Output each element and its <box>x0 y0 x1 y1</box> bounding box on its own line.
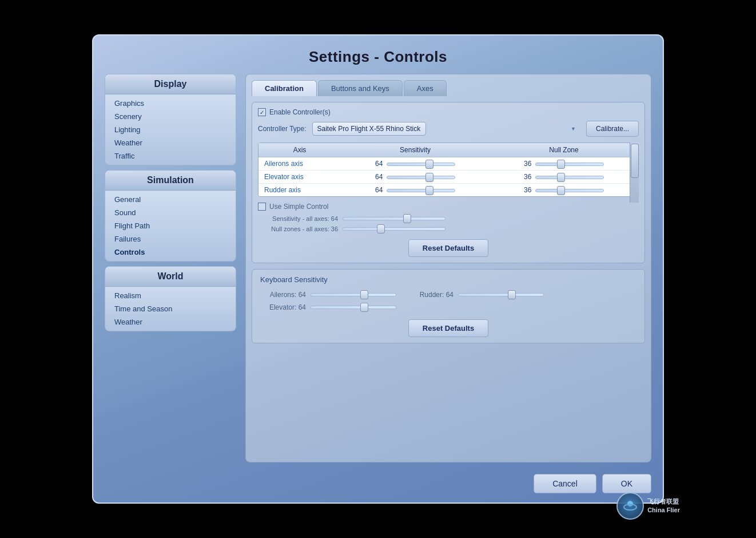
sidebar-display-items: Graphics Scenery Lighting Weather Traffi… <box>105 94 236 165</box>
elevator-sensitivity-slider[interactable] <box>387 176 455 179</box>
simple-control-row: Use Simple Control <box>258 203 639 211</box>
axis-col-header: Axis <box>258 143 341 157</box>
elevator-sensitivity-cell: 64 <box>341 171 490 184</box>
elevator-nullzone-cell: 36 <box>490 171 638 184</box>
sidebar-item-traffic[interactable]: Traffic <box>105 149 236 163</box>
kb-right-col: Rudder: 64 <box>408 291 544 311</box>
axis-name-rudder: Rudder axis <box>258 184 341 197</box>
null-zones-all-label: Null zones - all axes: 36 <box>258 226 338 232</box>
sidebar: Display Graphics Scenery Lighting Weathe… <box>105 74 236 462</box>
null-zones-all-row: Null zones - all axes: 36 <box>258 226 639 232</box>
cancel-button[interactable]: Cancel <box>534 474 596 493</box>
controller-type-label: Controller Type: <box>258 125 307 133</box>
sidebar-item-lighting[interactable]: Lighting <box>105 123 236 136</box>
watermark-line1: 飞行者联盟 <box>647 497 680 506</box>
ailerons-nullzone-cell: 36 <box>490 157 638 171</box>
sidebar-item-weather[interactable]: Weather <box>105 136 236 149</box>
null-zone-col-header: Null Zone <box>490 143 638 157</box>
ailerons-sensitivity-cell: 64 <box>341 157 490 171</box>
kb-elevator-row: Elevator: 64 <box>260 303 396 311</box>
tab-axes[interactable]: Axes <box>404 80 447 96</box>
rudder-sensitivity-val: 64 <box>375 186 383 194</box>
table-row: Ailerons axis 64 36 <box>258 157 638 171</box>
controller-type-row: Controller Type: Saitek Pro Flight X-55 … <box>258 121 639 137</box>
kb-elevator-slider[interactable] <box>311 306 396 309</box>
ailerons-nullzone-slider[interactable] <box>535 163 604 166</box>
ailerons-sensitivity-val: 64 <box>375 160 383 168</box>
sidebar-item-failures[interactable]: Failures <box>105 232 236 246</box>
elevator-nullzone-slider[interactable] <box>535 176 604 179</box>
kb-ailerons-row: Ailerons: 64 <box>260 291 396 299</box>
null-zones-all-slider[interactable] <box>343 227 445 231</box>
kb-left-col: Ailerons: 64 Elevator: 64 <box>260 291 396 311</box>
sidebar-world-items: Realism Time and Season Weather <box>105 287 236 331</box>
watermark-text: 飞行者联盟 China Flier <box>647 497 680 515</box>
kb-elevator-label: Elevator: 64 <box>260 303 306 311</box>
enable-controller-row: ✓ Enable Controller(s) <box>258 108 639 116</box>
sensitivity-all-slider[interactable] <box>343 217 445 220</box>
dialog-body: Display Graphics Scenery Lighting Weathe… <box>93 74 663 468</box>
sidebar-item-sound[interactable]: Sound <box>105 206 236 219</box>
watermark-logo <box>616 492 644 520</box>
sensitivity-all-row: Sensitivity - all axes: 64 <box>258 215 639 222</box>
rudder-nullzone-cell: 36 <box>490 184 638 197</box>
axis-name-ailerons: Ailerons axis <box>258 157 341 171</box>
sidebar-world-section: World Realism Time and Season Weather <box>105 266 236 331</box>
elevator-nullzone-val: 36 <box>524 173 531 181</box>
watermark: 飞行者联盟 China Flier <box>616 492 680 520</box>
tab-bar: Calibration Buttons and Keys Axes <box>246 74 651 96</box>
kb-rudder-label: Rudder: 64 <box>408 291 453 299</box>
settings-dialog: Settings - Controls Display Graphics Sce… <box>92 34 664 504</box>
content-panel: Calibration Buttons and Keys Axes ✓ Enab… <box>245 74 651 462</box>
scrollbar-thumb[interactable] <box>631 144 639 178</box>
axis-name-elevator: Elevator axis <box>258 171 341 184</box>
calibration-reset-defaults-button[interactable]: Reset Defaults <box>408 239 488 257</box>
calibrate-button[interactable]: Calibrate... <box>586 121 639 137</box>
sidebar-display-section: Display Graphics Scenery Lighting Weathe… <box>105 74 236 165</box>
axis-table-scrollbar[interactable] <box>630 143 639 203</box>
sidebar-world-header[interactable]: World <box>105 267 236 287</box>
keyboard-sensitivity-title: Keyboard Sensitivity <box>260 275 636 284</box>
tab-buttons-and-keys[interactable]: Buttons and Keys <box>318 80 403 96</box>
sensitivity-all-label: Sensitivity - all axes: 64 <box>258 215 338 222</box>
simple-control-checkbox[interactable] <box>258 203 266 211</box>
sidebar-item-world-weather[interactable]: Weather <box>105 315 236 329</box>
kb-ailerons-slider[interactable] <box>311 293 396 296</box>
sidebar-simulation-header[interactable]: Simulation <box>105 171 236 191</box>
sidebar-item-flight-path[interactable]: Flight Path <box>105 219 236 232</box>
table-row: Rudder axis 64 36 <box>258 184 638 197</box>
dialog-title: Settings - Controls <box>93 35 663 74</box>
ailerons-nullzone-val: 36 <box>524 160 531 168</box>
sensitivity-col-header: Sensitivity <box>341 143 490 157</box>
sidebar-item-scenery[interactable]: Scenery <box>105 110 236 123</box>
ailerons-sensitivity-slider[interactable] <box>387 163 455 166</box>
sidebar-item-graphics[interactable]: Graphics <box>105 97 236 110</box>
controller-select-wrapper: Saitek Pro Flight X-55 Rhino Stick <box>312 122 580 136</box>
keyboard-sliders: Ailerons: 64 Elevator: 64 Rudder: <box>260 291 636 311</box>
elevator-sensitivity-val: 64 <box>375 173 383 181</box>
sidebar-item-controls[interactable]: Controls <box>105 246 236 259</box>
dialog-footer: Cancel OK <box>93 468 663 503</box>
controller-type-select[interactable]: Saitek Pro Flight X-55 Rhino Stick <box>312 122 426 136</box>
tab-calibration[interactable]: Calibration <box>252 80 317 96</box>
calibration-section: ✓ Enable Controller(s) Controller Type: … <box>252 102 645 263</box>
rudder-nullzone-slider[interactable] <box>535 189 604 192</box>
sidebar-item-realism[interactable]: Realism <box>105 289 236 302</box>
kb-rudder-row: Rudder: 64 <box>408 291 544 299</box>
rudder-sensitivity-slider[interactable] <box>387 189 455 192</box>
sidebar-simulation-items: General Sound Flight Path Failures Contr… <box>105 191 236 261</box>
sidebar-item-time-season[interactable]: Time and Season <box>105 302 236 315</box>
axis-table-container: Axis Sensitivity Null Zone Ailerons axis <box>258 143 639 203</box>
ok-button[interactable]: OK <box>602 474 651 493</box>
rudder-sensitivity-cell: 64 <box>341 184 490 197</box>
kb-ailerons-label: Ailerons: 64 <box>260 291 306 299</box>
svg-point-1 <box>627 501 633 507</box>
table-row: Elevator axis 64 36 <box>258 171 638 184</box>
keyboard-reset-defaults-button[interactable]: Reset Defaults <box>408 319 488 337</box>
sidebar-display-header[interactable]: Display <box>105 74 236 94</box>
axis-table: Axis Sensitivity Null Zone Ailerons axis <box>258 143 638 196</box>
kb-rudder-slider[interactable] <box>458 293 544 296</box>
sidebar-simulation-section: Simulation General Sound Flight Path Fai… <box>105 170 236 262</box>
sidebar-item-general[interactable]: General <box>105 193 236 206</box>
enable-controller-checkbox[interactable]: ✓ <box>258 108 266 116</box>
